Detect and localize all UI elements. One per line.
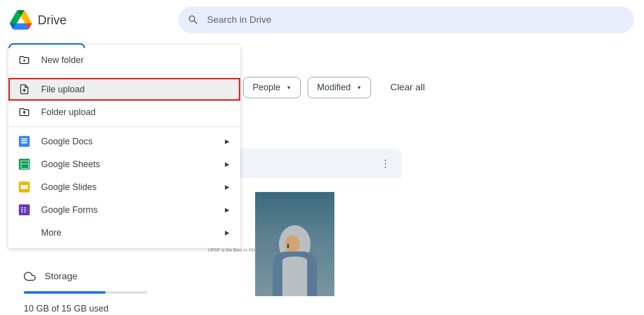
menu-label: Folder upload — [41, 107, 96, 118]
menu-google-docs[interactable]: Google Docs ▶ — [8, 130, 240, 153]
search-icon — [187, 14, 199, 26]
cloud-icon — [24, 270, 36, 282]
storage-fill — [24, 291, 106, 294]
new-context-menu: New folder File upload Folder upload Goo… — [8, 45, 240, 248]
storage-bar — [24, 291, 148, 294]
filter-bar: Fs ✕ People ▼ Modified ▼ Clear all — [193, 76, 644, 99]
google-slides-icon — [18, 181, 30, 193]
chip-label: Modified — [317, 82, 351, 93]
menu-label: File upload — [41, 84, 85, 95]
person-illustration — [263, 217, 327, 296]
new-folder-icon — [18, 54, 30, 66]
svg-point-1 — [285, 235, 300, 253]
menu-google-slides[interactable]: Google Slides ▶ — [8, 176, 240, 198]
menu-label: New folder — [41, 55, 84, 65]
search-bar[interactable] — [178, 6, 634, 33]
chevron-right-icon: ▶ — [225, 161, 229, 168]
sidebar-storage[interactable]: Storage — [24, 270, 139, 282]
new-button-outline — [8, 43, 85, 48]
menu-separator — [8, 74, 240, 75]
preview-image — [255, 192, 334, 296]
file-upload-icon — [18, 83, 30, 95]
menu-more[interactable]: More ▶ — [8, 221, 240, 244]
storage-label: Storage — [45, 271, 78, 282]
chevron-down-icon: ▼ — [286, 85, 291, 90]
menu-folder-upload[interactable]: Folder upload — [8, 101, 240, 124]
chevron-right-icon: ▶ — [225, 138, 229, 145]
google-forms-icon — [18, 204, 30, 216]
menu-separator — [8, 126, 240, 127]
search-input[interactable] — [207, 14, 625, 25]
google-docs-icon — [18, 135, 30, 147]
menu-new-folder[interactable]: New folder — [8, 49, 240, 71]
menu-label: More — [41, 228, 61, 238]
app-name: Drive — [38, 13, 66, 27]
chevron-right-icon: ▶ — [225, 184, 229, 190]
blank-icon — [18, 227, 30, 239]
chevron-right-icon: ▶ — [225, 229, 229, 236]
preview-caption: UPDF is the Best AI PDF Translator — [208, 248, 279, 252]
menu-label: Google Docs — [41, 136, 93, 147]
google-sheets-icon — [18, 158, 30, 170]
chevron-right-icon: ▶ — [225, 206, 229, 213]
breadcrumb[interactable]: rive ▼ — [193, 47, 644, 63]
more-icon[interactable]: ⋮ — [380, 157, 389, 169]
chevron-down-icon: ▼ — [357, 85, 362, 90]
logo-area[interactable]: Drive — [10, 10, 178, 30]
filter-chip-people[interactable]: People ▼ — [243, 77, 301, 98]
clear-all-link[interactable]: Clear all — [390, 82, 425, 93]
folder-upload-icon — [18, 106, 30, 118]
menu-google-forms[interactable]: Google Forms ▶ — [8, 198, 240, 221]
menu-google-sheets[interactable]: Google Sheets ▶ — [8, 153, 240, 176]
menu-label: Google Sheets — [41, 159, 100, 170]
chip-label: People — [253, 82, 280, 93]
drive-logo-icon — [10, 10, 32, 30]
filter-chip-modified[interactable]: Modified ▼ — [308, 77, 371, 98]
menu-label: Google Slides — [41, 182, 97, 192]
storage-text: 10 GB of 15 GB used — [24, 304, 139, 314]
svg-rect-2 — [287, 244, 289, 248]
header: Drive — [0, 0, 644, 40]
menu-label: Google Forms — [41, 205, 98, 215]
menu-file-upload[interactable]: File upload — [8, 78, 240, 101]
